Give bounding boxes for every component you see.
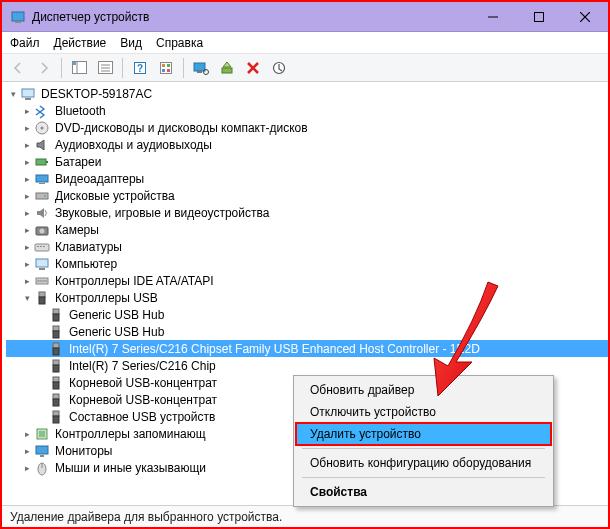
tree-category-video[interactable]: ▸ Видеоадаптеры	[6, 170, 608, 187]
tree-category-bluetooth[interactable]: ▸ Bluetooth	[6, 102, 608, 119]
chevron-right-icon[interactable]: ▸	[20, 104, 34, 118]
tree-item-usb-generic1[interactable]: Generic USB Hub	[6, 306, 608, 323]
chevron-right-icon[interactable]: ▸	[20, 206, 34, 220]
chevron-right-icon[interactable]: ▸	[20, 274, 34, 288]
svg-rect-52	[53, 331, 59, 338]
maximize-button[interactable]	[516, 2, 562, 32]
display-adapter-icon	[34, 171, 50, 187]
ctx-separator	[302, 448, 545, 449]
tree-category-dvd[interactable]: ▸ DVD-дисководы и дисководы компакт-диск…	[6, 119, 608, 136]
disable-button[interactable]	[267, 57, 291, 79]
menu-action[interactable]: Действие	[54, 36, 107, 50]
svg-rect-34	[39, 183, 45, 184]
menu-view[interactable]: Вид	[120, 36, 142, 50]
svg-rect-51	[53, 326, 59, 331]
chevron-right-icon[interactable]: ▸	[20, 155, 34, 169]
usb-icon	[48, 307, 64, 323]
usb-icon	[34, 290, 50, 306]
ctx-refresh-config[interactable]: Обновить конфигурацию оборудования	[296, 452, 551, 474]
svg-rect-57	[53, 377, 59, 382]
tree-category-computer[interactable]: ▸ Компьютер	[6, 255, 608, 272]
keyboard-icon	[34, 239, 50, 255]
svg-rect-3	[535, 12, 544, 21]
svg-rect-49	[53, 309, 59, 314]
tree-root[interactable]: ▾ DESKTOP-59187AC	[6, 85, 608, 102]
tree-category-disk[interactable]: ▸ Дисковые устройства	[6, 187, 608, 204]
speaker-icon	[34, 205, 50, 221]
tree-category-usb[interactable]: ▾ Контроллеры USB	[6, 289, 608, 306]
tree-category-battery[interactable]: ▸ Батареи	[6, 153, 608, 170]
usb-icon	[48, 375, 64, 391]
svg-rect-23	[222, 68, 232, 73]
back-button	[6, 57, 30, 79]
svg-point-36	[44, 195, 46, 197]
chevron-right-icon[interactable]: ▸	[20, 427, 34, 441]
ctx-disable-device[interactable]: Отключить устройство	[296, 401, 551, 423]
chevron-down-icon[interactable]: ▾	[20, 291, 34, 305]
svg-rect-0	[12, 12, 24, 21]
tree-category-keyboard[interactable]: ▸ Клавиатуры	[6, 238, 608, 255]
help-button[interactable]: ?	[128, 57, 152, 79]
svg-rect-1	[15, 21, 21, 23]
chevron-right-icon[interactable]: ▸	[20, 189, 34, 203]
menu-help[interactable]: Справка	[156, 36, 203, 50]
chevron-right-icon[interactable]: ▸	[20, 121, 34, 135]
svg-rect-58	[53, 382, 59, 389]
svg-point-22	[204, 69, 209, 74]
app-icon	[10, 9, 26, 25]
ctx-properties[interactable]: Свойства	[296, 481, 551, 503]
chevron-right-icon[interactable]: ▸	[20, 240, 34, 254]
svg-rect-27	[22, 89, 34, 97]
disc-icon	[34, 120, 50, 136]
computer-icon	[34, 256, 50, 272]
storage-icon	[34, 426, 50, 442]
add-legacy-hardware-button[interactable]	[215, 57, 239, 79]
chevron-right-icon[interactable]: ▸	[20, 444, 34, 458]
svg-rect-19	[167, 69, 170, 72]
action-button[interactable]	[154, 57, 178, 79]
menu-file[interactable]: Файл	[10, 36, 40, 50]
usb-icon	[48, 341, 64, 357]
chevron-right-icon[interactable]: ▸	[20, 172, 34, 186]
chevron-right-icon[interactable]: ▸	[20, 461, 34, 475]
chevron-right-icon[interactable]: ▸	[20, 257, 34, 271]
computer-icon	[20, 86, 36, 102]
status-text: Удаление драйвера для выбранного устройс…	[10, 510, 282, 524]
tree-category-camera[interactable]: ▸ Камеры	[6, 221, 608, 238]
uninstall-button[interactable]	[241, 57, 265, 79]
tree-category-audio[interactable]: ▸ Аудиовходы и аудиовыходы	[6, 136, 608, 153]
svg-rect-28	[25, 98, 31, 100]
disk-icon	[34, 188, 50, 204]
minimize-button[interactable]	[470, 2, 516, 32]
svg-rect-65	[36, 446, 48, 454]
tree-item-usb-intel2[interactable]: Intel(R) 7 Series/C216 Chip	[6, 357, 608, 374]
svg-point-30	[41, 126, 44, 129]
monitor-icon	[34, 443, 50, 459]
tree-category-ide[interactable]: ▸ Контроллеры IDE ATA/ATAPI	[6, 272, 608, 289]
svg-rect-48	[39, 297, 45, 304]
tree-category-sound[interactable]: ▸ Звуковые, игровые и видеоустройства	[6, 204, 608, 221]
ctx-update-driver[interactable]: Обновить драйвер	[296, 379, 551, 401]
svg-rect-44	[39, 268, 45, 270]
svg-rect-62	[53, 416, 59, 423]
svg-rect-8	[73, 62, 76, 65]
svg-rect-59	[53, 394, 59, 399]
audio-icon	[34, 137, 50, 153]
chevron-down-icon[interactable]: ▾	[6, 87, 20, 101]
scan-hardware-button[interactable]	[189, 57, 213, 79]
tree-item-usb-intel1[interactable]: Intel(R) 7 Series/C216 Chipset Family US…	[6, 340, 608, 357]
svg-rect-32	[46, 161, 48, 163]
ctx-separator	[302, 477, 545, 478]
close-button[interactable]	[562, 2, 608, 32]
window-title: Диспетчер устройств	[32, 10, 149, 24]
forward-button	[32, 57, 56, 79]
chevron-right-icon[interactable]: ▸	[20, 223, 34, 237]
svg-rect-55	[53, 360, 59, 365]
tree-item-usb-generic2[interactable]: Generic USB Hub	[6, 323, 608, 340]
chevron-right-icon[interactable]: ▸	[20, 138, 34, 152]
svg-rect-35	[36, 193, 48, 199]
ctx-delete-device[interactable]: Удалить устройство	[296, 423, 551, 445]
properties-button[interactable]	[93, 57, 117, 79]
show-hide-console-button[interactable]	[67, 57, 91, 79]
svg-rect-20	[194, 63, 205, 71]
